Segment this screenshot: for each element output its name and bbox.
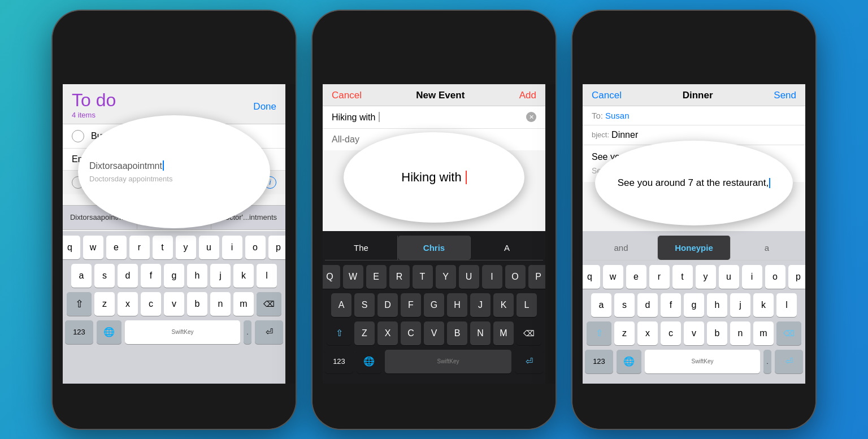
phone2-key-backspace[interactable]: ⌫: [517, 321, 541, 345]
phone3-key-backspace[interactable]: ⌫: [776, 321, 801, 345]
phone3-key-d[interactable]: d: [637, 293, 658, 317]
phone2-key-w[interactable]: W: [343, 265, 363, 289]
phone3-keyboard[interactable]: and Honeypie a q w e r t y u i o p: [583, 231, 805, 389]
phone3-key-x[interactable]: x: [637, 321, 658, 345]
phone3-key-f[interactable]: f: [661, 293, 681, 317]
phone1-key-h[interactable]: h: [187, 264, 207, 288]
phone3-key-y[interactable]: y: [696, 265, 716, 289]
phone1-key-a[interactable]: a: [71, 264, 92, 288]
phone2-key-g[interactable]: G: [424, 293, 444, 317]
phone3-key-k[interactable]: k: [753, 293, 774, 317]
phone3-key-b[interactable]: b: [707, 321, 727, 345]
phone2-clear-button[interactable]: ✕: [526, 112, 536, 122]
phone1-key-e[interactable]: e: [106, 236, 127, 259]
phone1-key-x[interactable]: x: [118, 292, 138, 316]
phone1-key-o[interactable]: o: [245, 236, 266, 259]
phone3-key-e[interactable]: e: [626, 265, 646, 289]
phone3-key-123[interactable]: 123: [585, 350, 613, 373]
phone2-key-y[interactable]: Y: [436, 265, 456, 289]
phone3-key-a[interactable]: a: [591, 293, 611, 317]
phone1-key-123[interactable]: 123: [65, 320, 93, 344]
phone1-key-g[interactable]: g: [164, 264, 184, 288]
phone1-key-r[interactable]: r: [129, 236, 150, 259]
phone3-key-globe[interactable]: 🌐: [617, 350, 641, 373]
phone2-key-o[interactable]: O: [505, 265, 526, 289]
phone2-key-u[interactable]: U: [459, 265, 479, 289]
phone3-key-c[interactable]: c: [661, 321, 681, 345]
phone2-key-shift[interactable]: ⇧: [327, 321, 351, 345]
phone2-key-m[interactable]: M: [493, 321, 514, 345]
phone3-key-n[interactable]: n: [730, 321, 750, 345]
phone2-key-i[interactable]: I: [482, 265, 502, 289]
phone2-cancel-button[interactable]: Cancel: [332, 90, 362, 101]
phone2-key-v[interactable]: V: [424, 321, 444, 345]
phone3-key-period[interactable]: .: [763, 350, 771, 373]
phone1-key-w[interactable]: w: [83, 236, 103, 259]
phone1-keyboard[interactable]: q w e r t y u i o p a s d f g h: [63, 231, 285, 389]
phone2-key-f[interactable]: F: [401, 293, 421, 317]
phone2-key-c[interactable]: C: [401, 321, 421, 345]
phone3-key-w[interactable]: w: [603, 265, 623, 289]
phone1-key-b[interactable]: b: [187, 292, 207, 316]
phone2-key-l[interactable]: L: [517, 293, 537, 317]
phone3-key-t[interactable]: t: [672, 265, 693, 289]
phone1-key-p[interactable]: p: [268, 236, 286, 259]
phone1-key-n[interactable]: n: [210, 292, 231, 316]
phone2-autocomplete-right[interactable]: A: [471, 236, 543, 260]
phone2-key-globe[interactable]: 🌐: [357, 350, 381, 373]
phone2-key-q[interactable]: Q: [323, 265, 340, 289]
phone2-autocomplete-center[interactable]: Chris: [398, 236, 471, 260]
phone2-key-b[interactable]: B: [447, 321, 467, 345]
phone3-key-q[interactable]: q: [583, 265, 600, 289]
phone1-key-q[interactable]: q: [63, 236, 80, 259]
phone1-key-l[interactable]: l: [257, 264, 277, 288]
phone2-event-input[interactable]: Hiking with: [332, 112, 526, 123]
phone1-checkbox1[interactable]: [72, 130, 84, 142]
phone1-key-m[interactable]: m: [233, 292, 254, 316]
phone3-key-j[interactable]: j: [730, 293, 750, 317]
phone2-key-k[interactable]: K: [493, 293, 514, 317]
phone1-key-k[interactable]: k: [233, 264, 254, 288]
phone3-key-s[interactable]: s: [614, 293, 635, 317]
phone2-key-r[interactable]: R: [389, 265, 410, 289]
phone1-key-y[interactable]: y: [176, 236, 196, 259]
phone2-key-return[interactable]: ⏎: [515, 350, 543, 373]
phone1-key-s[interactable]: s: [94, 264, 115, 288]
phone1-key-period[interactable]: .: [244, 320, 251, 344]
phone2-key-space[interactable]: SwiftKey: [385, 350, 511, 373]
phone2-key-p[interactable]: P: [528, 265, 546, 289]
phone3-key-space[interactable]: SwiftKey: [645, 350, 760, 373]
phone1-key-d[interactable]: d: [118, 264, 138, 288]
phone1-key-v[interactable]: v: [164, 292, 184, 316]
phone1-key-shift[interactable]: ⇧: [67, 292, 92, 316]
phone2-key-123[interactable]: 123: [325, 350, 353, 373]
phone1-key-j[interactable]: j: [210, 264, 231, 288]
phone2-key-t[interactable]: T: [413, 265, 433, 289]
phone3-autocomplete-center[interactable]: Honeypie: [658, 236, 731, 260]
phone2-key-s[interactable]: S: [354, 293, 375, 317]
phone3-key-v[interactable]: v: [684, 321, 704, 345]
phone1-key-backspace[interactable]: ⌫: [257, 292, 281, 316]
phone3-autocomplete-left[interactable]: and: [585, 236, 658, 260]
phone3-key-return[interactable]: ⏎: [775, 350, 803, 373]
phone2-key-x[interactable]: X: [377, 321, 398, 345]
phone3-key-o[interactable]: o: [765, 265, 785, 289]
phone1-done-button[interactable]: Done: [253, 101, 276, 112]
phone3-key-p[interactable]: p: [788, 265, 806, 289]
phone1-key-f[interactable]: f: [141, 264, 161, 288]
phone3-key-u[interactable]: u: [719, 265, 739, 289]
phone1-key-t[interactable]: t: [153, 236, 173, 259]
phone3-key-z[interactable]: z: [614, 321, 635, 345]
phone3-key-m[interactable]: m: [753, 321, 774, 345]
phone1-key-c[interactable]: c: [141, 292, 161, 316]
phone3-cancel-button[interactable]: Cancel: [592, 90, 622, 101]
phone3-key-i[interactable]: i: [742, 265, 762, 289]
phone1-key-space[interactable]: SwiftKey: [125, 320, 240, 344]
phone1-key-u[interactable]: u: [199, 236, 219, 259]
phone3-send-button[interactable]: Send: [774, 90, 796, 101]
phone2-key-d[interactable]: D: [377, 293, 398, 317]
phone2-key-e[interactable]: E: [366, 265, 387, 289]
phone3-key-g[interactable]: g: [684, 293, 704, 317]
phone2-key-z[interactable]: Z: [354, 321, 375, 345]
phone1-key-z[interactable]: z: [94, 292, 115, 316]
